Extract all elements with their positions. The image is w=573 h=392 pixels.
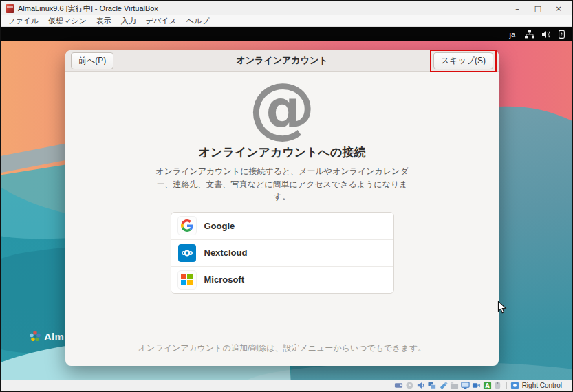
network-wired-icon[interactable] — [525, 30, 534, 39]
almalinux-logo-text: Alm — [44, 331, 64, 342]
gnome-topbar: ja — [1, 27, 572, 41]
host-key-label: Right Control — [522, 382, 562, 389]
nextcloud-icon — [178, 244, 196, 262]
dialog-body: @ オンラインアカウントへの接続 オンラインアカウントに接続すると、メールやオン… — [65, 72, 499, 366]
menu-machine[interactable]: 仮想マシン — [43, 15, 91, 26]
footer-note: オンラインアカウントの追加/削除は、設定メニューからいつでもできます。 — [65, 342, 499, 354]
provider-label: Nextcloud — [204, 248, 248, 258]
skip-button[interactable]: スキップ(S) — [433, 52, 493, 69]
features-icon[interactable]: A — [483, 381, 492, 390]
vbox-statusbar: A Right Control — [1, 380, 572, 391]
minimize-button[interactable]: – — [507, 1, 528, 15]
shared-folders-icon[interactable] — [450, 381, 459, 390]
recording-icon[interactable] — [472, 381, 481, 390]
optical-disk-icon[interactable] — [405, 381, 414, 390]
almalinux-desktop-logo: Alm — [29, 330, 64, 342]
menu-input[interactable]: 入力 — [116, 15, 141, 26]
battery-charging-icon[interactable] — [559, 30, 565, 39]
keyboard-layout-indicator[interactable]: ja — [509, 30, 515, 39]
maximize-button[interactable]: □ — [528, 1, 548, 15]
provider-row-nextcloud[interactable]: Nextcloud — [171, 239, 393, 266]
provider-label: Google — [204, 221, 235, 231]
host-key-icon — [510, 381, 519, 390]
network-adapters-icon[interactable] — [427, 381, 437, 390]
window-title: AlmaLinux9.6 [実行中] - Oracle VirtualBox — [18, 3, 158, 14]
vm-window-icon — [6, 4, 14, 13]
menu-help[interactable]: ヘルプ — [182, 15, 215, 26]
close-button[interactable]: × — [548, 1, 569, 15]
usb-devices-icon[interactable] — [439, 381, 448, 390]
provider-list: Google Nextcloud — [171, 212, 394, 294]
statusbar-separator — [506, 382, 507, 389]
google-icon — [178, 217, 196, 235]
svg-text:A: A — [485, 382, 490, 389]
audio-icon[interactable] — [416, 381, 425, 390]
skip-annotation-box: スキップ(S) — [430, 50, 497, 72]
hard-disk-icon[interactable] — [394, 381, 403, 390]
at-symbol-icon: @ — [249, 73, 316, 142]
menu-file[interactable]: ファイル — [3, 15, 43, 26]
almalinux-pinwheel-icon — [29, 330, 41, 342]
provider-row-microsoft[interactable]: Microsoft — [171, 266, 393, 293]
vbox-menubar: ファイル 仮想マシン 表示 入力 デバイス ヘルプ — [1, 15, 572, 27]
vbox-titlebar: AlmaLinux9.6 [実行中] - Oracle VirtualBox –… — [1, 1, 572, 15]
guest-screen: ja Alm オンラインアカウント — [1, 27, 572, 380]
microsoft-icon — [178, 271, 196, 289]
menu-devices[interactable]: デバイス — [141, 15, 182, 26]
page-description: オンラインアカウントに接続すると、メールやオンラインカレンダー、連絡先、文書、写… — [154, 165, 410, 204]
page-title: オンラインアカウントへの接続 — [199, 144, 366, 160]
previous-button[interactable]: 前へ(P) — [71, 52, 113, 69]
mouse-cursor — [497, 301, 507, 317]
mouse-integration-icon[interactable] — [494, 381, 501, 390]
online-accounts-dialog: オンラインアカウント 前へ(P) スキップ(S) @ オンラインアカウントへの接… — [65, 50, 499, 366]
display-icon[interactable] — [461, 381, 470, 390]
volume-icon[interactable] — [542, 30, 551, 39]
provider-label: Microsoft — [204, 274, 245, 285]
provider-row-google[interactable]: Google — [171, 213, 393, 239]
menu-view[interactable]: 表示 — [91, 15, 116, 26]
